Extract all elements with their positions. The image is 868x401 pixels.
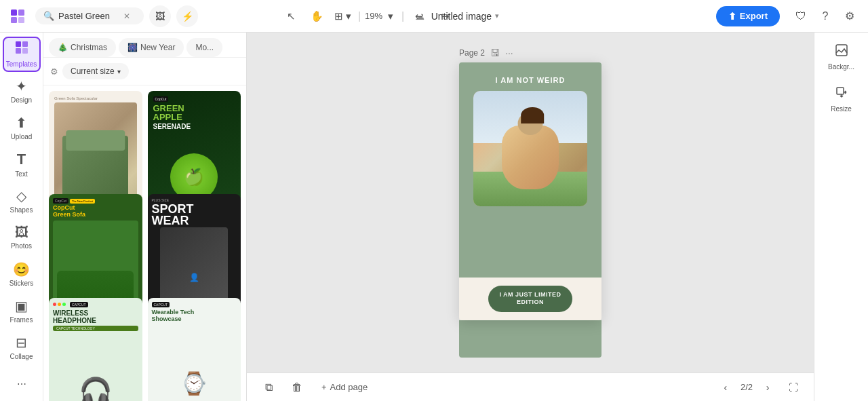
search-clear-icon[interactable]: ✕: [123, 12, 130, 21]
text-label: Text: [15, 170, 27, 178]
page-count: 2/2: [741, 382, 753, 392]
add-page-btn[interactable]: + Add page: [315, 379, 374, 396]
layout-tool-btn[interactable]: ⊞ ▾: [332, 5, 354, 27]
canvas-cta-btn[interactable]: I AM JUST LIMITEDEDITION: [488, 286, 572, 312]
add-page-icon: +: [321, 382, 327, 392]
page-more-icon[interactable]: ···: [505, 47, 513, 58]
sidebar-item-text[interactable]: T Text: [3, 147, 41, 182]
doc-dropdown-icon[interactable]: ▾: [495, 12, 499, 20]
svg-rect-9: [837, 88, 844, 94]
svg-rect-1: [18, 9, 24, 16]
background-btn[interactable]: Backgr...: [818, 38, 865, 76]
design-label: Design: [11, 96, 32, 104]
hand-tool-btn[interactable]: ✋: [307, 5, 328, 27]
filter-btn[interactable]: ⚡: [176, 5, 198, 27]
canvas-page-bottom: I AM JUST LIMITEDEDITION: [459, 278, 601, 320]
frames-label: Frames: [10, 316, 33, 324]
more-icon: ⋯: [17, 379, 26, 389]
design-icon: ✦: [16, 78, 27, 94]
resize-icon: [835, 85, 848, 102]
panel-filter: ⚙ Current size ▾: [43, 58, 246, 85]
right-panel: Backgr... Resize: [814, 33, 868, 401]
canvas-scroll: Page 2 🖫 ··· I AM NOT WEIRD: [247, 33, 814, 373]
search-input[interactable]: [58, 11, 119, 21]
tab-more[interactable]: Mo...: [186, 38, 222, 57]
canvas-delete-btn[interactable]: 🗑: [286, 377, 308, 398]
svg-rect-6: [16, 48, 21, 54]
canvas-page-wrapper: Page 2 🖫 ··· I AM NOT WEIRD: [459, 47, 601, 358]
stickers-icon: 😊: [13, 261, 30, 278]
svg-rect-4: [16, 41, 21, 47]
sidebar-item-stickers[interactable]: 😊 Stickers: [3, 256, 41, 292]
resize-label: Resize: [831, 105, 852, 113]
page-label-area: Page 2 🖫 ···: [459, 47, 513, 58]
sidebar: Templates ✦ Design ⬆ Upload T Text ◇ Sha…: [0, 33, 43, 401]
expand-btn[interactable]: ⛶: [784, 378, 803, 397]
undo-btn[interactable]: ↩: [408, 5, 430, 27]
canvas-area: Page 2 🖫 ··· I AM NOT WEIRD: [247, 33, 814, 401]
svg-rect-3: [18, 17, 24, 23]
redo-btn[interactable]: ↪: [434, 5, 456, 27]
settings-icon-btn[interactable]: ⚙: [840, 6, 860, 26]
canvas-page-top: I AM NOT WEIRD: [459, 62, 601, 278]
template-card-wearable[interactable]: CAPCUT Wearable TechShowcase ⌚ Premier P…: [148, 298, 241, 401]
svg-rect-0: [11, 9, 17, 16]
sidebar-item-collage[interactable]: ⊟ Collage: [3, 330, 41, 365]
image-search-btn[interactable]: 🖼: [149, 5, 171, 27]
collage-label: Collage: [10, 353, 33, 361]
search-icon: 🔍: [43, 11, 54, 21]
upload-icon: ⬆: [16, 115, 27, 131]
canvas-gray-strip: [459, 320, 601, 358]
tab-newyear[interactable]: 🎆 New Year: [119, 38, 184, 57]
photos-label: Photos: [11, 242, 32, 250]
templates-label: Templates: [6, 60, 37, 69]
sidebar-item-templates[interactable]: Templates: [3, 37, 41, 72]
sidebar-item-frames[interactable]: ▣ Frames: [3, 293, 41, 328]
canvas-heading-text: I AM NOT WEIRD: [496, 76, 566, 84]
header-right-icons: 🛡 ? ⚙: [791, 6, 860, 26]
photos-icon: 🖼: [15, 225, 28, 240]
zoom-dropdown-btn[interactable]: ▾: [384, 5, 397, 27]
shapes-label: Shapes: [10, 206, 33, 214]
filter-arrow-icon: ▾: [117, 68, 121, 75]
background-label: Backgr...: [828, 63, 854, 71]
prev-page-btn[interactable]: ‹: [716, 378, 735, 397]
main-area: Templates ✦ Design ⬆ Upload T Text ◇ Sha…: [0, 33, 868, 401]
page-save-icon[interactable]: 🖫: [490, 47, 500, 58]
page-nav: ‹ 2/2 ›: [716, 378, 777, 397]
templates-panel: 🎄 Christmas 🎆 New Year Mo... ⚙ Current s…: [43, 33, 247, 401]
stickers-label: Stickers: [9, 280, 34, 288]
shapes-icon: ◇: [16, 188, 26, 204]
svg-rect-2: [11, 17, 17, 23]
background-icon: [835, 43, 848, 60]
upload-label: Upload: [11, 133, 33, 141]
export-button[interactable]: ⬆ Export: [716, 6, 780, 26]
help-icon-btn[interactable]: ?: [815, 6, 835, 26]
shield-icon-btn[interactable]: 🛡: [791, 6, 811, 26]
cursor-tool-btn[interactable]: ↖: [281, 5, 302, 27]
collage-icon: ⊟: [16, 335, 27, 351]
text-icon: T: [17, 151, 26, 168]
sidebar-item-upload[interactable]: ⬆ Upload: [3, 110, 41, 145]
canvas-copy-btn[interactable]: ⧉: [258, 377, 279, 398]
current-size-filter-btn[interactable]: Current size ▾: [62, 63, 129, 79]
tab-christmas[interactable]: 🎄 Christmas: [49, 38, 116, 57]
templates-icon: [14, 40, 29, 58]
search-bar[interactable]: 🔍 ✕: [35, 7, 144, 24]
newyear-icon: 🎆: [127, 43, 138, 52]
template-card-headphone[interactable]: CAPCUT WIRELESSHEADPHONE CAPCUT TECHNOLO…: [49, 298, 142, 401]
sidebar-item-design[interactable]: ✦ Design: [3, 73, 41, 109]
app-logo: [8, 7, 27, 26]
sidebar-item-shapes[interactable]: ◇ Shapes: [3, 183, 41, 218]
canvas-photo-frame: [473, 91, 587, 206]
sidebar-item-photos[interactable]: 🖼 Photos: [3, 220, 41, 255]
resize-btn[interactable]: Resize: [818, 80, 865, 118]
sidebar-item-more[interactable]: ⋯: [3, 366, 41, 401]
templates-grid: Green Sofa Spectacular Refresh your spac…: [43, 85, 246, 401]
christmas-icon: 🎄: [58, 43, 68, 52]
svg-rect-5: [22, 41, 28, 47]
filter-icon: ⚙: [50, 66, 58, 77]
next-page-btn[interactable]: ›: [758, 378, 777, 397]
zoom-value: 19%: [365, 11, 382, 21]
canvas-bottom-bar: ⧉ 🗑 + Add page ‹ 2/2 › ⛶: [247, 373, 814, 401]
